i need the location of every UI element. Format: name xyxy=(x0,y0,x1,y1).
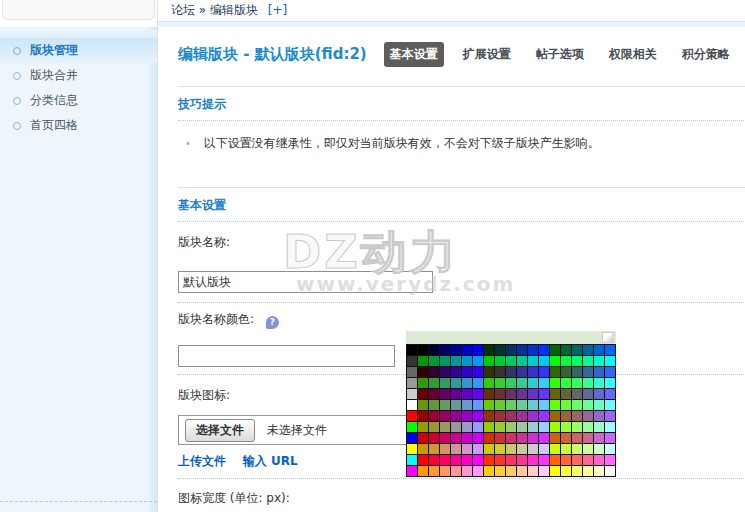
palette-swatch[interactable] xyxy=(583,422,593,432)
palette-swatch[interactable] xyxy=(583,444,593,454)
palette-swatch[interactable] xyxy=(473,455,483,465)
palette-swatch[interactable] xyxy=(484,345,494,355)
palette-swatch[interactable] xyxy=(484,422,494,432)
palette-swatch[interactable] xyxy=(572,356,582,366)
palette-swatch[interactable] xyxy=(429,378,439,388)
palette-swatch[interactable] xyxy=(605,466,615,476)
palette-swatch[interactable] xyxy=(418,466,428,476)
palette-swatch[interactable] xyxy=(517,455,527,465)
palette-swatch[interactable] xyxy=(451,411,461,421)
palette-swatch[interactable] xyxy=(473,345,483,355)
palette-swatch[interactable] xyxy=(440,378,450,388)
palette-swatch[interactable] xyxy=(550,345,560,355)
palette-swatch[interactable] xyxy=(484,400,494,410)
palette-swatch[interactable] xyxy=(539,378,549,388)
palette-swatch[interactable] xyxy=(506,400,516,410)
palette-swatch[interactable] xyxy=(495,422,505,432)
enter-url-link[interactable]: 输入 URL xyxy=(243,454,298,468)
palette-swatch[interactable] xyxy=(440,400,450,410)
palette-swatch[interactable] xyxy=(561,345,571,355)
palette-swatch[interactable] xyxy=(506,466,516,476)
palette-swatch[interactable] xyxy=(528,422,538,432)
palette-swatch[interactable] xyxy=(407,389,417,399)
palette-swatch[interactable] xyxy=(561,444,571,454)
palette-swatch[interactable] xyxy=(506,433,516,443)
palette-swatch[interactable] xyxy=(506,444,516,454)
forum-name-input[interactable] xyxy=(178,271,433,293)
palette-swatch[interactable] xyxy=(605,367,615,377)
palette-swatch[interactable] xyxy=(506,455,516,465)
palette-swatch[interactable] xyxy=(451,455,461,465)
palette-swatch[interactable] xyxy=(528,455,538,465)
palette-swatch[interactable] xyxy=(429,455,439,465)
palette-swatch[interactable] xyxy=(484,466,494,476)
palette-swatch[interactable] xyxy=(418,444,428,454)
palette-swatch[interactable] xyxy=(462,356,472,366)
palette-swatch[interactable] xyxy=(594,400,604,410)
palette-swatch[interactable] xyxy=(473,466,483,476)
palette-swatch[interactable] xyxy=(462,411,472,421)
palette-swatch[interactable] xyxy=(484,356,494,366)
palette-swatch[interactable] xyxy=(594,466,604,476)
palette-swatch[interactable] xyxy=(528,411,538,421)
palette-swatch[interactable] xyxy=(528,389,538,399)
palette-swatch[interactable] xyxy=(418,455,428,465)
palette-swatch[interactable] xyxy=(407,345,417,355)
palette-swatch[interactable] xyxy=(594,433,604,443)
palette-swatch[interactable] xyxy=(517,411,527,421)
palette-swatch[interactable] xyxy=(561,378,571,388)
palette-swatch[interactable] xyxy=(440,389,450,399)
palette-swatch[interactable] xyxy=(429,444,439,454)
palette-swatch[interactable] xyxy=(440,367,450,377)
palette-swatch[interactable] xyxy=(429,367,439,377)
palette-swatch[interactable] xyxy=(462,433,472,443)
palette-swatch[interactable] xyxy=(484,455,494,465)
palette-swatch[interactable] xyxy=(440,422,450,432)
palette-swatch[interactable] xyxy=(462,345,472,355)
palette-swatch[interactable] xyxy=(583,411,593,421)
palette-swatch[interactable] xyxy=(484,444,494,454)
palette-swatch[interactable] xyxy=(473,411,483,421)
palette-swatch[interactable] xyxy=(407,378,417,388)
palette-swatch[interactable] xyxy=(451,422,461,432)
palette-swatch[interactable] xyxy=(594,356,604,366)
palette-swatch[interactable] xyxy=(418,389,428,399)
palette-swatch[interactable] xyxy=(528,444,538,454)
palette-swatch[interactable] xyxy=(407,433,417,443)
palette-swatch[interactable] xyxy=(539,411,549,421)
palette-swatch[interactable] xyxy=(594,367,604,377)
palette-swatch[interactable] xyxy=(572,422,582,432)
palette-swatch[interactable] xyxy=(561,455,571,465)
upload-file-link[interactable]: 上传文件 xyxy=(178,454,226,468)
palette-swatch[interactable] xyxy=(451,433,461,443)
palette-swatch[interactable] xyxy=(506,389,516,399)
palette-swatch[interactable] xyxy=(506,367,516,377)
palette-swatch[interactable] xyxy=(484,378,494,388)
palette-swatch[interactable] xyxy=(539,367,549,377)
palette-swatch[interactable] xyxy=(605,411,615,421)
palette-swatch[interactable] xyxy=(594,455,604,465)
palette-swatch[interactable] xyxy=(429,389,439,399)
palette-swatch[interactable] xyxy=(473,356,483,366)
palette-swatch[interactable] xyxy=(418,367,428,377)
palette-swatch[interactable] xyxy=(418,422,428,432)
palette-swatch[interactable] xyxy=(583,466,593,476)
help-icon[interactable]: ? xyxy=(266,316,279,329)
palette-swatch[interactable] xyxy=(418,411,428,421)
palette-swatch[interactable] xyxy=(550,466,560,476)
palette-swatch[interactable] xyxy=(528,378,538,388)
palette-swatch[interactable] xyxy=(407,422,417,432)
palette-swatch[interactable] xyxy=(462,466,472,476)
tab-extended-settings[interactable]: 扩展设置 xyxy=(457,42,517,67)
palette-swatch[interactable] xyxy=(594,444,604,454)
palette-swatch[interactable] xyxy=(583,356,593,366)
palette-swatch[interactable] xyxy=(572,466,582,476)
palette-swatch[interactable] xyxy=(572,367,582,377)
palette-swatch[interactable] xyxy=(550,422,560,432)
palette-swatch[interactable] xyxy=(550,455,560,465)
palette-swatch[interactable] xyxy=(462,444,472,454)
palette-swatch[interactable] xyxy=(605,444,615,454)
palette-swatch[interactable] xyxy=(429,466,439,476)
palette-swatch[interactable] xyxy=(462,389,472,399)
tab-permissions[interactable]: 权限相关 xyxy=(603,42,663,67)
